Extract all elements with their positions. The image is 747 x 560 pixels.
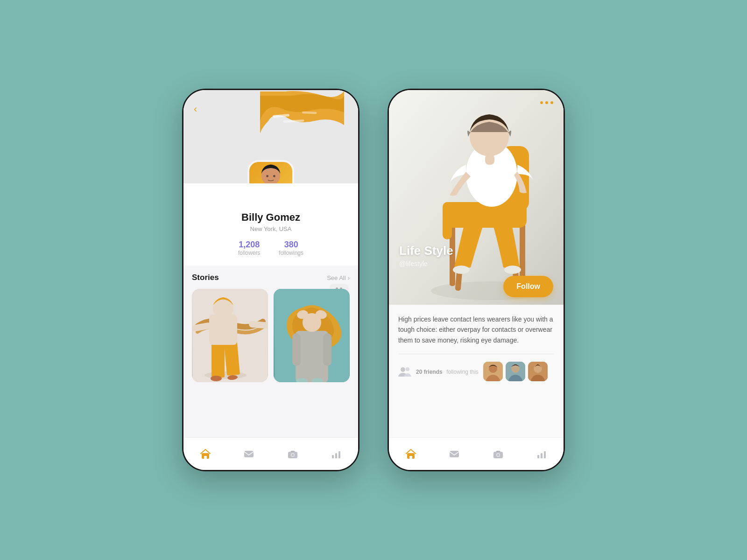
mail-icon-2: [449, 448, 460, 460]
paint-splash-decoration: [260, 90, 344, 160]
friends-count: 20 friends: [416, 369, 443, 375]
see-all-button[interactable]: See All ›: [327, 274, 350, 281]
bottom-navigation: [183, 437, 358, 470]
story2-illustration: [275, 289, 349, 382]
svg-rect-47: [443, 202, 452, 239]
story1-illustration: [193, 289, 268, 382]
chevron-right-icon: ›: [348, 274, 350, 281]
svg-rect-24: [323, 333, 331, 366]
nav-home-icon[interactable]: [199, 448, 212, 461]
chart-icon: [331, 448, 342, 460]
svg-rect-36: [332, 455, 334, 458]
story1-background: [192, 289, 268, 382]
stories-title: Stories: [192, 273, 219, 282]
see-all-text: See All: [327, 274, 345, 281]
dot-gold-3: [550, 101, 553, 104]
friend-avatar-1: [483, 362, 503, 381]
friends-label: following this: [446, 369, 479, 375]
svg-point-50: [453, 266, 470, 274]
channel-name: Life Style: [399, 244, 453, 258]
section-divider: [398, 354, 554, 354]
svg-rect-31: [204, 456, 207, 459]
profile-info: Billy Gomez New York, USA 1,208 follower…: [183, 183, 358, 266]
friend2-svg: [506, 362, 525, 381]
svg-point-61: [534, 364, 542, 373]
channel-body: High prices leave contact lens wearers l…: [389, 305, 564, 437]
followers-label: followers: [238, 250, 260, 256]
svg-rect-23: [292, 333, 301, 366]
svg-rect-68: [537, 455, 539, 458]
story2-background: [274, 289, 350, 382]
svg-rect-69: [541, 453, 543, 458]
svg-point-57: [489, 364, 497, 373]
nav-mail-icon-2[interactable]: [448, 448, 461, 461]
svg-point-51: [504, 266, 521, 274]
back-button[interactable]: ‹: [194, 103, 197, 115]
avatar-image: [249, 162, 292, 183]
camera-icon: [287, 448, 298, 460]
following-stat: 380 followings: [279, 240, 303, 256]
story-card-2[interactable]: [274, 289, 350, 382]
channel-info-overlay: Life Style @lifestyle: [399, 244, 453, 267]
followers-stat: 1,208 followers: [238, 240, 260, 256]
following-count: 380: [279, 240, 303, 250]
profile-location: New York, USA: [193, 225, 349, 232]
svg-rect-32: [244, 451, 254, 457]
following-label: followings: [279, 250, 303, 256]
dot-gold-1: [540, 101, 543, 104]
friends-following-row: 20 friends following this: [398, 362, 554, 381]
phone-2: Life Style @lifestyle Follow High prices…: [388, 89, 565, 471]
friend-avatar-2: [506, 362, 525, 381]
dot-gold-2: [545, 101, 548, 104]
camera-icon-2: [493, 448, 504, 460]
follow-button[interactable]: Follow: [503, 276, 553, 297]
channel-description: High prices leave contact lens wearers l…: [398, 314, 554, 345]
stories-grid: [192, 289, 350, 382]
mail-icon: [243, 448, 254, 460]
nav-home-icon-2[interactable]: [404, 448, 417, 461]
svg-point-35: [291, 454, 294, 456]
svg-rect-49: [468, 207, 508, 225]
nav-camera-icon[interactable]: [286, 448, 299, 461]
more-options-button-2[interactable]: [540, 101, 553, 104]
stories-section: Stories See All ›: [183, 266, 358, 437]
stories-header: Stories See All ›: [192, 273, 350, 282]
friends-count-text: 20 friends following this: [416, 367, 479, 376]
svg-rect-13: [211, 340, 225, 378]
home-icon: [200, 448, 211, 460]
nav-mail-icon[interactable]: [242, 448, 255, 461]
nav-camera-icon-2[interactable]: [492, 448, 505, 461]
svg-point-19: [211, 376, 222, 381]
svg-rect-37: [335, 453, 337, 458]
svg-rect-64: [450, 451, 459, 457]
avatar-svg: [249, 160, 292, 183]
friend3-svg: [528, 362, 548, 381]
followers-count: 1,208: [238, 240, 260, 250]
svg-point-10: [273, 175, 275, 177]
nav-chart-icon-2[interactable]: [535, 448, 548, 461]
profile-header: ‹: [183, 90, 358, 183]
chart-icon-2: [536, 448, 547, 460]
svg-point-54: [401, 367, 405, 372]
svg-rect-38: [338, 451, 340, 458]
friend-avatar-3: [528, 362, 548, 381]
bottom-navigation-2: [389, 437, 564, 470]
svg-point-55: [406, 367, 409, 371]
profile-name: Billy Gomez: [193, 211, 349, 224]
channel-hero: Life Style @lifestyle Follow: [389, 90, 564, 305]
svg-rect-63: [409, 456, 412, 459]
friends-avatars: [483, 362, 548, 381]
friends-icon: [398, 366, 411, 377]
phone-1: ‹: [182, 89, 359, 471]
home-icon-2: [405, 448, 416, 460]
svg-point-9: [266, 175, 268, 177]
hero-illustration: [389, 90, 564, 305]
svg-rect-15: [209, 315, 237, 345]
story-card-1[interactable]: [192, 289, 268, 382]
friend1-svg: [483, 362, 503, 381]
svg-point-67: [497, 454, 499, 456]
channel-handle: @lifestyle: [399, 260, 453, 267]
svg-rect-70: [544, 451, 546, 458]
nav-chart-icon[interactable]: [330, 448, 343, 461]
svg-rect-53: [485, 154, 494, 165]
